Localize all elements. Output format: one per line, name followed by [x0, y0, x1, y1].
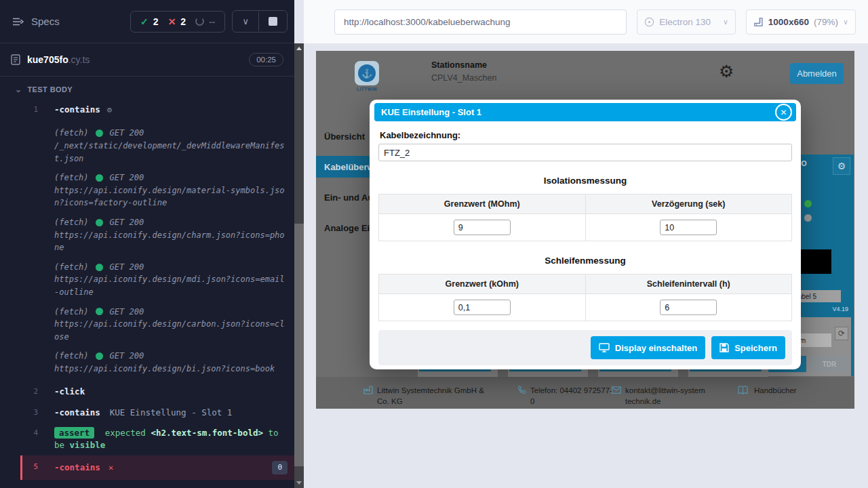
footer-manuals-link[interactable]: Handbücher: [754, 385, 797, 396]
status-dot-icon: [96, 308, 103, 315]
aut-pane: Electron 130 ∨ 1000x660 (79%) ∨ ⚓ LITTWI…: [304, 0, 868, 488]
status-led-green-icon: [804, 200, 812, 207]
chevron-down-icon: ∨: [843, 18, 848, 26]
url-input[interactable]: [334, 9, 627, 35]
fetch-url: https://api.iconify.design/bi.json?icons…: [54, 363, 288, 375]
chevron-down-icon: ∨: [242, 16, 249, 26]
command-name: -contains: [54, 407, 100, 418]
reporter-scrollbar[interactable]: [294, 43, 304, 488]
spec-extension: .cy.ts: [68, 54, 90, 65]
assert-selector: <h2.text-sm.font-bold>: [151, 428, 263, 438]
cable-name-label: Kabelbezeichnung:: [380, 130, 792, 140]
fetch-url: https://api.iconify.design/charm.json?ic…: [54, 229, 288, 254]
modal-title: KUE Einstellung - Slot 1: [381, 107, 481, 117]
fetch-log-entry: (fetch)GET 200 https://api.iconify.desig…: [54, 216, 288, 254]
run-stats: ✓2 ✕2 --: [130, 11, 225, 33]
footer-company: Littwin Systemtechnik GmbH & Co. KG: [377, 385, 487, 407]
fail-count-badge: 0: [272, 461, 288, 474]
command-contains-failed[interactable]: 5 -contains ✕ 0: [20, 455, 294, 480]
gear-icon[interactable]: ⚙: [107, 105, 112, 115]
specs-menu-button[interactable]: Specs: [12, 16, 60, 27]
fetch-log-entry: (fetch)GET 200 https://api.iconify.desig…: [54, 306, 288, 344]
floppy-save-icon: [719, 343, 729, 352]
viewport-size: 1000x660: [768, 17, 809, 27]
close-icon[interactable]: ✕: [775, 104, 792, 121]
isolation-section-title: Isolationsmessung: [378, 176, 792, 186]
stop-run-button[interactable]: [258, 12, 287, 31]
command-click[interactable]: 2 -click: [20, 382, 294, 402]
logo-anchor-icon: ⚓: [358, 64, 376, 82]
test-body-toggle[interactable]: ⌄ TEST BODY: [0, 77, 294, 100]
spec-file-icon: [11, 54, 20, 65]
loop-section-title: Schleifenmessung: [378, 256, 792, 266]
status-dot-icon: [96, 264, 103, 271]
settings-gear-icon[interactable]: ⚙: [719, 62, 734, 81]
spec-name: kue705fo: [27, 54, 68, 65]
loop-intervall-input[interactable]: [660, 300, 717, 315]
scroll-up-arrow-icon[interactable]: [296, 47, 302, 50]
status-dot-icon: [96, 352, 103, 360]
refresh-icon[interactable]: ⟳: [835, 327, 848, 340]
isolation-grenzwert-input[interactable]: [454, 220, 511, 235]
command-number: 4: [20, 427, 38, 437]
stop-icon: [269, 17, 277, 26]
tdr-button[interactable]: TDR: [809, 356, 850, 372]
viewport-control[interactable]: 1000x660 (79%) ∨: [746, 9, 856, 35]
command-number: 5: [22, 461, 38, 471]
run-controls: ∨: [232, 10, 288, 33]
browser-select[interactable]: Electron 130 ∨: [637, 9, 736, 35]
specs-label: Specs: [31, 16, 60, 27]
command-log: 1 -contains⚙ (fetch)GET 200 /_next/stati…: [0, 100, 294, 488]
fetch-url: https://api.iconify.design/material-symb…: [54, 184, 288, 209]
isolation-verzoegerung-input[interactable]: [660, 220, 717, 235]
command-number: 3: [20, 407, 38, 417]
command-contains-1[interactable]: 1 -contains⚙: [20, 100, 294, 120]
modal-body: Kabelbezeichnung: Isolationsmessung Gren…: [374, 121, 796, 365]
stat-passed: ✓2: [140, 16, 159, 27]
stat-pending: --: [195, 16, 215, 27]
kue-settings-modal: KUE Einstellung - Slot 1 ✕ Kabelbezeichn…: [370, 100, 801, 369]
loop-grenzwert-input[interactable]: [454, 300, 511, 315]
command-name: -click: [54, 386, 85, 396]
loop-col-intervall: Schleifenintervall (h): [585, 274, 792, 294]
logout-button[interactable]: Abmelden: [790, 63, 844, 84]
footer-email: kontakt@littwin-systemtechnik.de: [625, 385, 705, 407]
fetch-url: https://api.iconify.design/mdi.json?icon…: [54, 273, 288, 298]
modal-footer: Display einschalten Speichern: [378, 330, 792, 365]
failed-cross-icon: ✕: [168, 16, 176, 27]
display-on-label: Display einschalten: [615, 343, 697, 353]
command-assert[interactable]: 4 assert expected <h2.text-sm.font-bold>…: [20, 423, 294, 455]
phone-icon: [517, 386, 526, 394]
scrollbar-thumb[interactable]: [294, 224, 304, 466]
aut-toolbar: Electron 130 ∨ 1000x660 (79%) ∨: [304, 0, 868, 43]
cable-name-input[interactable]: [378, 144, 792, 161]
fetch-log-entry: (fetch)GET 200 https://api.iconify.desig…: [54, 171, 288, 209]
modal-header: KUE Einstellung - Slot 1 ✕: [374, 103, 796, 121]
logo-text: LITTWIN: [351, 87, 382, 92]
save-button[interactable]: Speichern: [711, 336, 785, 359]
fetch-log-entry: (fetch)GET 200 https://api.iconify.desig…: [54, 350, 288, 375]
electron-icon: [644, 17, 654, 27]
station-name-value: CPLV4_Maschen: [431, 73, 496, 83]
device-settings-gear-icon[interactable]: ⚙: [833, 157, 850, 175]
fetch-log-entry: (fetch)GET 200 /_next/static/development…: [54, 127, 288, 165]
display-icon: [599, 343, 610, 352]
collapse-all-button[interactable]: ∨: [233, 11, 258, 32]
factory-icon: [363, 386, 373, 394]
display-on-button[interactable]: Display einschalten: [591, 336, 705, 359]
passed-check-icon: ✓: [140, 16, 149, 27]
email-icon: [612, 386, 621, 394]
spec-row[interactable]: kue705fo.cy.ts 00:25: [0, 43, 294, 77]
stat-failed: ✕2: [168, 16, 186, 27]
chevron-down-icon: ⌄: [15, 85, 22, 94]
viewport-zoom: (79%): [814, 17, 838, 27]
specs-menu-icon: [12, 17, 24, 26]
fail-cross-icon: ✕: [108, 462, 114, 474]
spec-duration-badge: 00:25: [249, 53, 283, 66]
firmware-version: V4.19: [832, 306, 848, 312]
pending-spinner-icon: [195, 17, 204, 26]
assert-badge: assert: [54, 427, 94, 439]
fetch-log-entry: (fetch)GET 200 https://api.iconify.desig…: [54, 261, 288, 299]
scroll-down-arrow-icon[interactable]: [296, 481, 302, 485]
command-contains-2[interactable]: 3 -containsKUE Einstellung - Slot 1: [20, 403, 294, 423]
